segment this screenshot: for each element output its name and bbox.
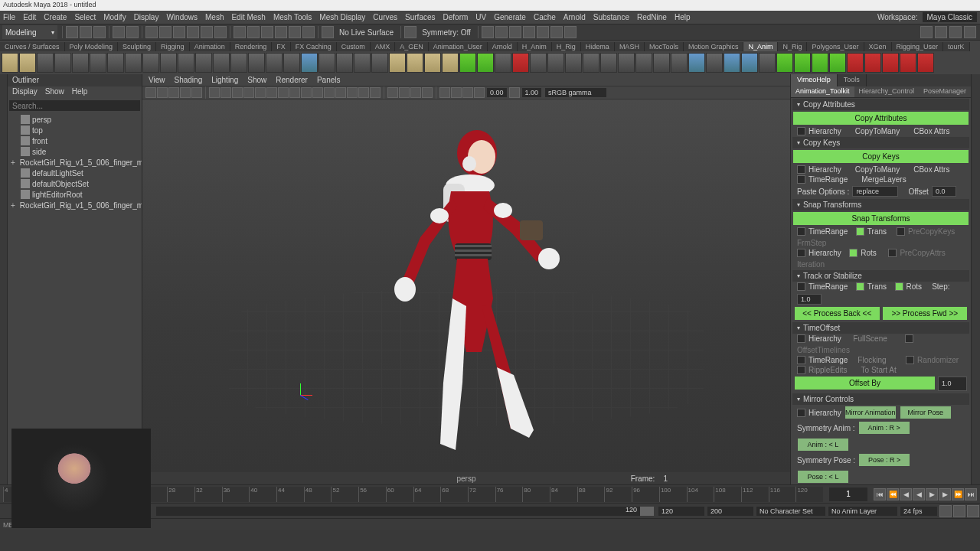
menu-arnold[interactable]: Arnold: [564, 13, 586, 21]
section-mirror[interactable]: Mirror Controls: [792, 393, 969, 405]
shelf-tab[interactable]: Rendering: [230, 42, 273, 51]
panel-layout-icon[interactable]: [920, 26, 933, 38]
redo-icon[interactable]: [126, 26, 139, 38]
timeline-tick[interactable]: 112: [741, 487, 769, 502]
shelf-tab[interactable]: FX Caching: [291, 42, 337, 51]
vp-tool-icon[interactable]: [451, 87, 462, 98]
shelf-tab[interactable]: MASH: [615, 42, 645, 51]
shelf-button[interactable]: [37, 53, 54, 73]
vp-tool-icon[interactable]: [474, 87, 485, 98]
menu-create[interactable]: Create: [44, 13, 67, 21]
section-track[interactable]: Track or Stabilize: [792, 270, 969, 282]
section-timeoffset[interactable]: TimeOffset: [792, 322, 969, 334]
tree-item-label[interactable]: RocketGirl_Rig_v1_5_006_finger_mirroring…: [20, 201, 142, 210]
shelf-tab[interactable]: N_Rig: [778, 42, 807, 51]
shelf-button[interactable]: [424, 53, 441, 73]
timeline-tick[interactable]: 84: [550, 487, 577, 502]
shelf-button[interactable]: [266, 53, 283, 73]
shelf-tab[interactable]: H_Anim: [518, 42, 552, 51]
shelf-tab[interactable]: FX: [272, 42, 291, 51]
menu-meshdisplay[interactable]: Mesh Display: [319, 13, 365, 21]
viewport-canvas[interactable]: [142, 99, 790, 472]
hypershade-icon[interactable]: [523, 26, 535, 38]
hierarchy-checkbox[interactable]: [797, 127, 805, 135]
symmetry-icon[interactable]: [404, 26, 416, 38]
menu-editmesh[interactable]: Edit Mesh: [231, 13, 265, 21]
menu-cache[interactable]: Cache: [534, 13, 556, 21]
tree-item-label[interactable]: top: [32, 126, 43, 135]
vp-menu-shading[interactable]: Shading: [175, 76, 203, 84]
channel-box-icon[interactable]: [964, 26, 976, 38]
paste-mode-select[interactable]: replace: [852, 186, 898, 197]
menu-curves[interactable]: Curves: [373, 13, 397, 21]
menu-uv[interactable]: UV: [475, 13, 486, 21]
shelf-button[interactable]: [125, 53, 142, 73]
shelf-button[interactable]: [336, 53, 353, 73]
save-scene-icon[interactable]: [93, 26, 106, 38]
timeline-tick[interactable]: 64: [413, 487, 441, 502]
menu-generate[interactable]: Generate: [494, 13, 526, 21]
shelf-button[interactable]: [178, 53, 194, 73]
step-back-key-button[interactable]: ⏪: [887, 488, 899, 500]
vp-tool-icon[interactable]: [410, 87, 421, 98]
section-copy-keys[interactable]: Copy Keys: [792, 137, 969, 148]
render-icon[interactable]: [482, 26, 494, 38]
menu-modify[interactable]: Modify: [103, 13, 126, 21]
vp-tool-icon[interactable]: [370, 87, 381, 98]
tk-tab-vimeohelp[interactable]: VimeoHelp: [791, 74, 838, 86]
timeline-tick[interactable]: 92: [604, 487, 632, 502]
vp-menu-lighting[interactable]: Lighting: [211, 76, 238, 84]
step-fwd-key-button[interactable]: ⏩: [952, 488, 964, 500]
timeline-tick[interactable]: 100: [659, 487, 687, 502]
vp-menu-show[interactable]: Show: [247, 76, 266, 84]
shelf-button[interactable]: [107, 53, 124, 73]
timeline-tick[interactable]: 108: [714, 487, 741, 502]
new-scene-icon[interactable]: [66, 26, 78, 38]
tree-item-label[interactable]: persp: [32, 116, 51, 124]
timerange-checkbox[interactable]: [797, 356, 805, 364]
shelf-tab[interactable]: AMX: [371, 42, 396, 51]
shelf-tab[interactable]: Motion Graphics: [684, 42, 744, 51]
vp-tool-icon[interactable]: [266, 87, 277, 98]
shelf-tab[interactable]: Polygons_User: [807, 42, 864, 51]
tree-item-label[interactable]: front: [32, 137, 47, 145]
hierarchy-checkbox[interactable]: [797, 409, 805, 417]
shelf-button[interactable]: [812, 53, 828, 73]
vp-tool-icon[interactable]: [439, 87, 450, 98]
shelf-button[interactable]: [900, 53, 916, 73]
play-fwd-button[interactable]: ▶: [926, 488, 938, 500]
vp-tool-icon[interactable]: [209, 87, 220, 98]
vp-menu-renderer[interactable]: Renderer: [276, 76, 308, 84]
hierarchy-checkbox[interactable]: [797, 249, 805, 257]
shelf-button[interactable]: [512, 53, 529, 73]
shelf-tab[interactable]: A_GEN: [395, 42, 429, 51]
shelf-tab[interactable]: Curves / Surfaces: [0, 42, 65, 51]
rotate-tool-icon[interactable]: [201, 26, 213, 38]
move-tool-icon[interactable]: [187, 26, 199, 38]
play-back-button[interactable]: ◀: [913, 488, 925, 500]
timeline-tick[interactable]: 52: [331, 487, 358, 502]
timerange-checkbox[interactable]: [797, 282, 805, 291]
tree-item-label[interactable]: side: [32, 148, 46, 156]
vp-tool-icon[interactable]: [387, 87, 398, 98]
shelf-button[interactable]: [688, 53, 705, 73]
menu-select[interactable]: Select: [74, 13, 96, 21]
tk-tab-tools[interactable]: Tools: [838, 74, 867, 86]
shelf-tab[interactable]: Rigging_User: [892, 42, 944, 51]
timeline-tick[interactable]: 80: [522, 487, 550, 502]
shelf-button[interactable]: [160, 53, 177, 73]
workspace-select[interactable]: Maya Classic: [923, 12, 977, 22]
menu-substance[interactable]: Substance: [593, 13, 629, 21]
paint-select-icon[interactable]: [173, 26, 185, 38]
shelf-button[interactable]: [213, 53, 230, 73]
step-fwd-button[interactable]: ▶: [939, 488, 951, 500]
tree-item-label[interactable]: lightEditorRoot: [32, 191, 83, 199]
snap-live-icon[interactable]: [289, 26, 301, 38]
timerange-checkbox[interactable]: [797, 227, 805, 236]
render-settings-icon[interactable]: [509, 26, 521, 38]
undo-icon[interactable]: [113, 26, 125, 38]
shelf-button[interactable]: [547, 53, 564, 73]
character-set-select[interactable]: No Character Set: [756, 507, 825, 516]
shelf-button[interactable]: [459, 53, 476, 73]
prefs-icon[interactable]: [967, 505, 979, 517]
